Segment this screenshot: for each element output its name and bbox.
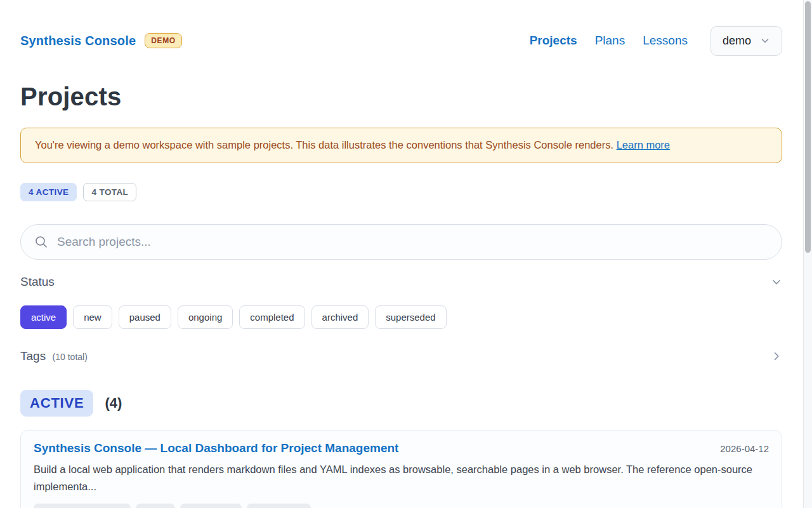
total-count-badge[interactable]: 4 TOTAL bbox=[83, 183, 136, 201]
project-card: Synthesis Console — Local Dashboard for … bbox=[20, 430, 782, 508]
status-filter-label: Status bbox=[20, 275, 55, 289]
summary-badges: 4 ACTIVE 4 TOTAL bbox=[20, 183, 782, 201]
demo-banner: You're viewing a demo workspace with sam… bbox=[20, 128, 782, 163]
brand-group: Synthesis Console DEMO bbox=[20, 33, 182, 48]
scrollbar-thumb[interactable] bbox=[805, 1, 811, 253]
project-tag[interactable]: infrastructure bbox=[247, 504, 311, 508]
status-chip-superseded[interactable]: superseded bbox=[375, 305, 446, 329]
project-tag-list: synthesis-engineering tooling open-sourc… bbox=[34, 504, 769, 508]
status-chip-ongoing[interactable]: ongoing bbox=[178, 305, 233, 329]
chevron-right-icon[interactable] bbox=[771, 351, 782, 362]
tags-filter-label-group: Tags (10 total) bbox=[20, 349, 88, 363]
workspace-selector[interactable]: demo bbox=[710, 26, 782, 56]
learn-more-link[interactable]: Learn more bbox=[617, 139, 670, 150]
search-input[interactable] bbox=[20, 224, 782, 260]
top-header: Synthesis Console DEMO Projects Plans Le… bbox=[20, 0, 782, 55]
search-bar bbox=[20, 224, 782, 260]
search-icon bbox=[34, 235, 48, 249]
project-tag[interactable]: tooling bbox=[136, 504, 175, 508]
demo-banner-text: You're viewing a demo workspace with sam… bbox=[35, 139, 613, 150]
project-description: Build a local web application that rende… bbox=[34, 461, 754, 495]
status-chip-archived[interactable]: archived bbox=[311, 305, 369, 329]
tags-filter-label: Tags bbox=[20, 349, 46, 363]
active-section-count: (4) bbox=[105, 395, 122, 411]
tags-filter-header[interactable]: Tags (10 total) bbox=[20, 349, 782, 363]
page-title: Projects bbox=[20, 83, 782, 111]
status-chip-paused[interactable]: paused bbox=[119, 305, 171, 329]
status-chip-completed[interactable]: completed bbox=[239, 305, 304, 329]
tags-count-label: (10 total) bbox=[53, 352, 88, 362]
project-tag[interactable]: synthesis-engineering bbox=[34, 504, 131, 508]
chevron-down-icon bbox=[760, 36, 770, 46]
active-section-header: ACTIVE (4) bbox=[20, 390, 782, 417]
chevron-down-icon[interactable] bbox=[771, 276, 782, 288]
page-scrollbar[interactable] bbox=[803, 0, 812, 508]
demo-badge: DEMO bbox=[145, 33, 181, 48]
status-chip-new[interactable]: new bbox=[73, 305, 112, 329]
app-viewport: Synthesis Console DEMO Projects Plans Le… bbox=[0, 0, 812, 508]
project-tag[interactable]: open-source bbox=[180, 504, 242, 508]
status-chip-list: active new paused ongoing completed arch… bbox=[20, 305, 782, 329]
nav-plans[interactable]: Plans bbox=[595, 34, 625, 48]
nav-lessons[interactable]: Lessons bbox=[643, 34, 688, 48]
nav-projects[interactable]: Projects bbox=[530, 34, 577, 48]
project-title-link[interactable]: Synthesis Console — Local Dashboard for … bbox=[34, 441, 398, 455]
workspace-selector-value: demo bbox=[723, 34, 751, 48]
primary-nav: Projects Plans Lessons demo bbox=[530, 26, 782, 56]
status-chip-active[interactable]: active bbox=[20, 305, 67, 329]
active-count-badge[interactable]: 4 ACTIVE bbox=[20, 183, 77, 201]
main-content: Synthesis Console DEMO Projects Plans Le… bbox=[0, 0, 803, 508]
project-card-header: Synthesis Console — Local Dashboard for … bbox=[34, 441, 769, 455]
active-section-badge: ACTIVE bbox=[20, 390, 93, 417]
app-logo[interactable]: Synthesis Console bbox=[20, 34, 136, 48]
status-filter-header[interactable]: Status bbox=[20, 275, 782, 289]
project-date: 2026-04-12 bbox=[720, 443, 769, 454]
